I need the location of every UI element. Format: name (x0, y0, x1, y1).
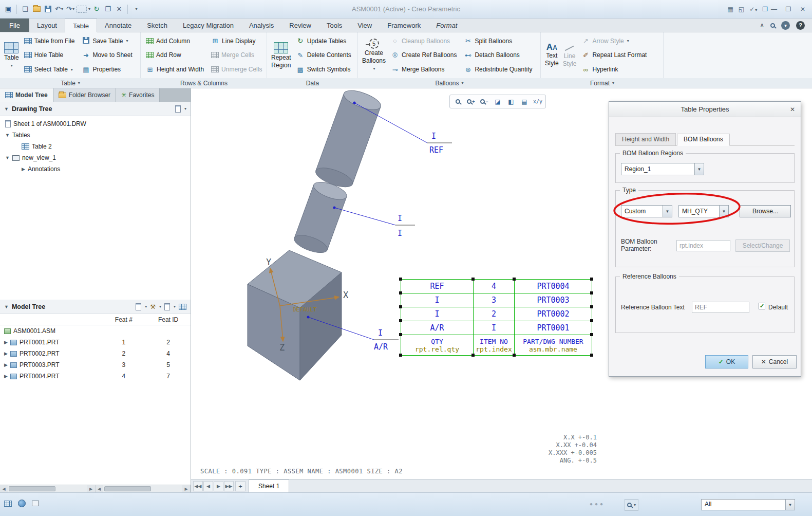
collapsed-arrow-icon[interactable]: ▶ (22, 167, 25, 172)
tab-model-tree[interactable]: Model Tree (0, 88, 53, 102)
combo-arrow-icon[interactable]: ▼ (663, 206, 672, 217)
properties-button[interactable]: ▤ Properties (80, 63, 135, 76)
full-window-icon[interactable] (32, 501, 39, 506)
collapse-arrow-icon[interactable]: ▼ (4, 304, 9, 309)
previous-sheet-button[interactable]: ◀ (203, 481, 213, 491)
repeat-last-format-button[interactable]: ✐ Repeat Last Format (580, 49, 649, 62)
next-sheet-button[interactable]: ▶ (214, 481, 223, 491)
table-handle[interactable] (399, 305, 402, 308)
bom-row[interactable]: I 3 PRT0003 (401, 293, 592, 307)
web-browser-icon[interactable] (18, 500, 26, 507)
tab-annotate[interactable]: Annotate (97, 19, 139, 32)
create-balloons-button[interactable]: 5 Create Balloons ▾ (360, 34, 388, 77)
tree-item-part[interactable]: ▶ PRT0001.PRT 1 2 (0, 337, 191, 348)
group-label-format[interactable]: Format▾ (541, 78, 664, 88)
combo-arrow-icon[interactable]: ▼ (785, 500, 795, 510)
scroll-thumb[interactable] (104, 486, 151, 491)
table-handle[interactable] (590, 319, 593, 322)
bom-table[interactable]: REF 4 PRT0004 I 3 PRT0003 I 2 PRT0002 (401, 279, 592, 355)
table-handle[interactable] (590, 278, 593, 281)
tab-view[interactable]: View (350, 19, 380, 32)
saved-views-icon[interactable]: ▤ (518, 96, 531, 107)
add-row-button[interactable]: Add Row (144, 49, 206, 62)
bom-row[interactable]: I 2 PRT0002 (401, 307, 592, 321)
collapsed-arrow-icon[interactable]: ▶ (4, 374, 8, 379)
settings-icon[interactable]: ⚒ (150, 303, 156, 310)
sync-icon[interactable]: ▾ (781, 21, 790, 30)
add-column-button[interactable]: Add Column (144, 34, 206, 47)
combo-arrow-icon[interactable]: ▼ (719, 206, 728, 217)
table-handle[interactable] (399, 333, 402, 336)
table-handle[interactable] (471, 278, 475, 281)
tree-item-table2[interactable]: Table 2 (0, 141, 191, 152)
command-search-icon[interactable] (770, 23, 775, 28)
text-style-button[interactable]: AA Text Style (543, 34, 561, 77)
browse-button[interactable]: Browse... (740, 205, 791, 217)
table-handle[interactable] (590, 333, 593, 336)
table-button[interactable]: Table ▾ (2, 34, 21, 77)
hyperlink-button[interactable]: ∞ Hyperlink (580, 63, 649, 76)
scroll-right-icon[interactable]: ▶ (87, 485, 95, 492)
tab-height-and-width[interactable]: Height and Width (615, 133, 676, 145)
tab-favorites[interactable]: ✳ Favorites (116, 88, 160, 102)
repeat-region-button[interactable]: Repeat Region (269, 34, 293, 77)
select-mode-arrow[interactable]: ▾ (88, 7, 90, 11)
zoom-in-icon[interactable]: + (465, 96, 477, 107)
save-table-button[interactable]: Save Table ▾ (80, 34, 135, 47)
dropdown-arrow-icon[interactable]: ▾ (184, 106, 186, 111)
column-feat-num[interactable]: Feat # (101, 316, 146, 323)
first-sheet-button[interactable]: ◀◀ (193, 481, 203, 491)
table-handle[interactable] (590, 354, 593, 357)
tab-table[interactable]: Table (65, 19, 97, 32)
dropdown-arrow-icon[interactable]: ▾ (174, 304, 176, 309)
table-handle[interactable] (513, 354, 516, 357)
tab-format[interactable]: Format (428, 19, 465, 32)
new-sheet-button[interactable]: + (235, 481, 246, 491)
cancel-button[interactable]: ✕ Cancel (752, 355, 797, 368)
merge-balloons-button[interactable]: ⊸ Merge Balloons (389, 63, 459, 76)
scroll-left-icon[interactable]: ◀ (96, 485, 103, 492)
select-table-button[interactable]: Select Table ▾ (23, 63, 78, 76)
split-balloons-button[interactable]: ✂ Split Balloons (462, 34, 535, 47)
table-handle[interactable] (471, 354, 475, 357)
tab-sketch[interactable]: Sketch (139, 19, 175, 32)
tree-filters-icon[interactable] (136, 303, 141, 310)
switch-symbols-button[interactable]: ▩ Switch Symbols (295, 63, 354, 76)
zoom-out-icon[interactable]: − (478, 96, 490, 107)
dialog-title-bar[interactable]: Table Properties ✕ (609, 102, 801, 117)
display-style-icon[interactable]: ◧ (505, 96, 517, 107)
collapsed-arrow-icon[interactable]: ▶ (4, 351, 8, 356)
tree-columns-icon[interactable] (179, 304, 186, 310)
regenerate-icon[interactable]: ↻ (91, 4, 102, 15)
check-dropdown-icon[interactable]: ✓▾ (749, 6, 757, 13)
toggle-navigator-icon[interactable] (4, 501, 12, 507)
screens-icon[interactable]: ❐ (762, 6, 768, 13)
tab-folder-browser[interactable]: Folder Browser (53, 88, 116, 102)
dropdown-arrow-icon[interactable]: ▾ (159, 304, 161, 309)
sheet-tab[interactable]: Sheet 1 (249, 480, 289, 492)
tab-review[interactable]: Review (281, 19, 319, 32)
collapsed-arrow-icon[interactable]: ▶ (4, 362, 8, 367)
close-button[interactable]: ✕ (797, 4, 809, 14)
expanded-arrow-icon[interactable]: ▼ (5, 133, 10, 138)
balloon-type-combobox[interactable]: Custom ▼ (621, 205, 672, 217)
customize-qat-arrow[interactable]: ▾ (131, 4, 141, 15)
line-display-button[interactable]: ⊞ Line Display (210, 34, 265, 47)
delete-contents-button[interactable]: ✎ Delete Contents (295, 49, 354, 62)
table-from-file-button[interactable]: Table from File (23, 34, 78, 47)
update-tables-button[interactable]: ↻ Update Tables (295, 34, 354, 47)
tab-tools[interactable]: Tools (319, 19, 350, 32)
scroll-thumb[interactable] (9, 486, 55, 491)
save-icon[interactable] (43, 4, 53, 15)
reference-balloon-text-field[interactable] (692, 302, 749, 313)
last-sheet-button[interactable]: ▶▶ (224, 481, 234, 491)
region-combobox[interactable]: Region_1 ▼ (621, 163, 704, 175)
tree-node-annotations[interactable]: ▶ Annotations (0, 163, 191, 175)
table-handle[interactable] (590, 291, 593, 294)
minimize-button[interactable]: — (768, 4, 780, 14)
redo-button[interactable]: ↷▾ (65, 4, 75, 15)
new-document-icon[interactable]: ❏ (20, 4, 30, 15)
repaint-icon[interactable]: ◪ (492, 96, 504, 107)
select-mode-button[interactable] (77, 6, 87, 13)
zoom-region-icon[interactable] (451, 96, 464, 107)
